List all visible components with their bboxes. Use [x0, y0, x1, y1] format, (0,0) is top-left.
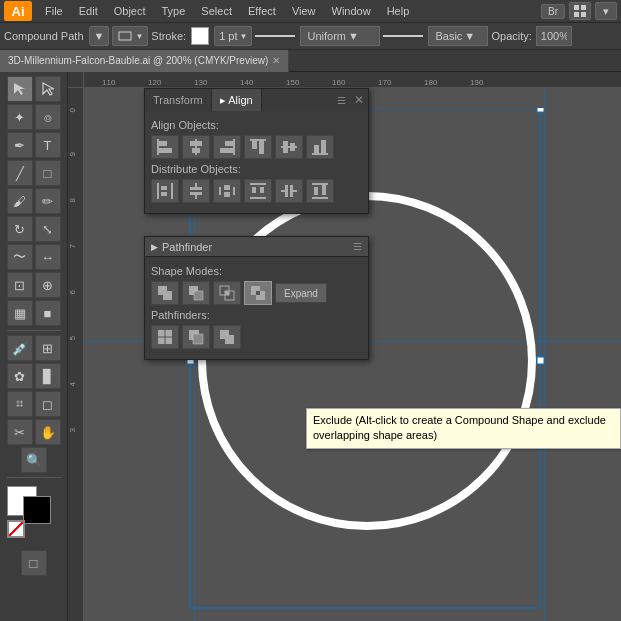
width-tool[interactable]: ↔: [35, 244, 61, 270]
stroke-swatch-side[interactable]: [23, 496, 51, 524]
graph-tool[interactable]: ▦: [7, 300, 33, 326]
hand-tool[interactable]: ✋: [35, 419, 61, 445]
document-tab[interactable]: 3D-Millennium-Falcon-Bauble.ai @ 200% (C…: [0, 50, 289, 72]
panel-tabs: Transform ▸ Align ☰ ✕: [145, 89, 368, 111]
stroke-width-input[interactable]: 1 pt ▼: [214, 26, 252, 46]
menu-window[interactable]: Window: [325, 3, 378, 19]
dist-center-h-button[interactable]: [182, 179, 210, 203]
ruler-h-tick-180: 180: [424, 78, 437, 87]
align-center-h-button[interactable]: [182, 135, 210, 159]
normal-screen-mode[interactable]: □: [21, 550, 47, 576]
svg-rect-45: [260, 187, 264, 193]
document-tab-close[interactable]: ✕: [272, 55, 280, 66]
eyedropper-tool[interactable]: 💉: [7, 335, 33, 361]
menu-effect[interactable]: Effect: [241, 3, 283, 19]
opacity-line: [383, 35, 423, 37]
menu-select[interactable]: Select: [194, 3, 239, 19]
pathfinder-header[interactable]: ▶ Pathfinder ☰: [145, 237, 368, 257]
dist-bottom-button[interactable]: [306, 179, 334, 203]
panel-close-icon[interactable]: ✕: [350, 93, 368, 107]
expand-button[interactable]: Expand: [275, 283, 327, 303]
align-center-v-button[interactable]: [275, 135, 303, 159]
menu-object[interactable]: Object: [107, 3, 153, 19]
pathfinder-options-icon[interactable]: ☰: [353, 241, 362, 252]
menu-file[interactable]: File: [38, 3, 70, 19]
pathfinder-body: Shape Modes:: [145, 257, 368, 359]
svg-rect-9: [537, 108, 544, 112]
svg-rect-2: [574, 12, 579, 17]
stroke-style-dropdown[interactable]: ▼: [112, 26, 148, 46]
symbol-sprayer-tool[interactable]: ✿: [7, 363, 33, 389]
stroke-color-swatch[interactable]: [191, 27, 209, 45]
appearance-dropdown[interactable]: Basic ▼: [428, 26, 488, 46]
dist-left-button[interactable]: [151, 179, 179, 203]
unite-button[interactable]: [151, 281, 179, 305]
rotate-tool[interactable]: ↻: [7, 216, 33, 242]
trim-button[interactable]: [182, 325, 210, 349]
pathfinder-panel: ▶ Pathfinder ☰ Shape Modes:: [144, 236, 369, 360]
blend-tool[interactable]: ⊞: [35, 335, 61, 361]
eraser-tool[interactable]: ◻: [35, 391, 61, 417]
zoom-tool[interactable]: 🔍: [21, 447, 47, 473]
svg-rect-47: [293, 190, 297, 192]
document-tab-title: 3D-Millennium-Falcon-Bauble.ai @ 200% (C…: [8, 55, 268, 66]
svg-rect-30: [157, 183, 159, 199]
canvas-area[interactable]: 110 120 130 140 150 160 170 180 190 0 9 …: [68, 72, 621, 621]
svg-rect-34: [195, 183, 197, 187]
minus-front-button[interactable]: [182, 281, 210, 305]
tool-row-10: 💉 ⊞: [7, 335, 61, 361]
menu-help[interactable]: Help: [380, 3, 417, 19]
opacity-input[interactable]: [536, 26, 572, 46]
tool-row-4: ╱ □: [7, 160, 61, 186]
line-tool[interactable]: ╱: [7, 160, 33, 186]
divide-button[interactable]: [151, 325, 179, 349]
free-transform-tool[interactable]: ⊡: [7, 272, 33, 298]
dist-top-button[interactable]: [244, 179, 272, 203]
warp-tool[interactable]: 〜: [7, 244, 33, 270]
magic-wand-tool[interactable]: ✦: [7, 104, 33, 130]
align-left-button[interactable]: [151, 135, 179, 159]
chevron-down-icon[interactable]: ▾: [595, 2, 617, 20]
dist-center-v-button[interactable]: [275, 179, 303, 203]
menu-edit[interactable]: Edit: [72, 3, 105, 19]
ai-logo: Ai: [4, 1, 32, 21]
svg-rect-25: [283, 141, 288, 153]
shape-builder-tool[interactable]: ⊕: [35, 272, 61, 298]
type-tool[interactable]: T: [35, 132, 61, 158]
direct-selection-tool[interactable]: [35, 76, 61, 102]
menu-type[interactable]: Type: [155, 3, 193, 19]
menu-view[interactable]: View: [285, 3, 323, 19]
align-bottom-button[interactable]: [306, 135, 334, 159]
align-buttons-row: [151, 135, 362, 159]
merge-button[interactable]: [213, 325, 241, 349]
scissors-tool[interactable]: ✂: [7, 419, 33, 445]
color-area: [7, 486, 61, 546]
stroke-profile-dropdown[interactable]: Uniform ▼: [300, 26, 380, 46]
rect-tool[interactable]: □: [35, 160, 61, 186]
align-top-button[interactable]: [244, 135, 272, 159]
column-graph-tool[interactable]: ▊: [35, 363, 61, 389]
selection-tool[interactable]: [7, 76, 33, 102]
scale-tool[interactable]: ⤡: [35, 216, 61, 242]
br-button[interactable]: Br: [541, 4, 565, 19]
paintbrush-tool[interactable]: 🖌: [7, 188, 33, 214]
align-right-button[interactable]: [213, 135, 241, 159]
ruler-v-tick-6: 6: [68, 290, 77, 294]
intersect-button[interactable]: [213, 281, 241, 305]
exclude-button[interactable]: [244, 281, 272, 305]
svg-rect-44: [252, 187, 256, 193]
panel-options-icon[interactable]: ☰: [333, 95, 350, 106]
svg-rect-16: [190, 141, 202, 146]
dist-right-button[interactable]: [213, 179, 241, 203]
grid-button[interactable]: [569, 2, 591, 20]
slice-tool[interactable]: ⌗: [7, 391, 33, 417]
lasso-tool[interactable]: ⌾: [35, 104, 61, 130]
none-swatch[interactable]: [7, 520, 25, 538]
pencil-tool[interactable]: ✏: [35, 188, 61, 214]
tab-align[interactable]: ▸ Align: [212, 89, 262, 111]
tab-transform[interactable]: Transform: [145, 89, 212, 111]
gradient-tool[interactable]: ■: [35, 300, 61, 326]
tool-row-1: [7, 76, 61, 102]
compound-path-dropdown[interactable]: ▼: [89, 26, 110, 46]
pen-tool[interactable]: ✒: [7, 132, 33, 158]
